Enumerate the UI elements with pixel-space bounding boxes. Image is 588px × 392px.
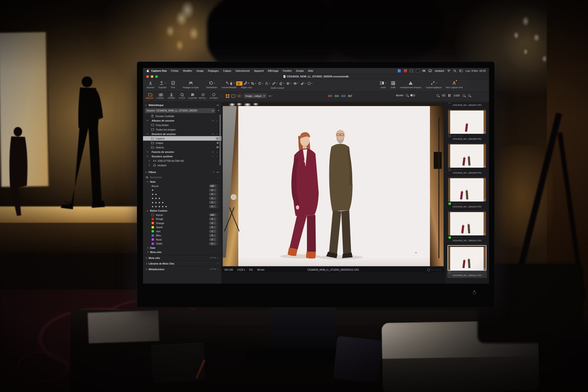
rating-dots[interactable]: ••••• xyxy=(453,236,463,238)
thumbnail-image[interactable] xyxy=(448,177,486,202)
display-icon[interactable] xyxy=(428,69,432,72)
rating-dots[interactable]: ••••• xyxy=(453,271,463,273)
rating-dots[interactable]: ••••• xyxy=(453,102,463,103)
filter-count-pill[interactable]: 0 xyxy=(209,234,218,237)
rating-dots[interactable]: ••••• xyxy=(453,168,463,171)
radial-mask-tool[interactable] xyxy=(307,81,313,86)
panel-action-icons[interactable]: ↗ ↶ ≡ ⋯ xyxy=(209,256,219,259)
share-online-button[interactable]: Partager en ligne xyxy=(181,80,201,89)
filter-row-1-star[interactable]: ★0 xyxy=(143,188,221,192)
dossiers-systeme-group[interactable]: Dossiers système + – xyxy=(143,154,221,158)
sidebar-item-output[interactable]: Output xyxy=(143,140,221,145)
clone-tool[interactable] xyxy=(292,81,299,86)
filter-count-pill[interactable]: 0 xyxy=(209,242,218,245)
ajuster-toggle[interactable] xyxy=(410,94,415,97)
apple-menu-icon[interactable] xyxy=(146,69,149,72)
remove-search-button[interactable]: – xyxy=(217,176,218,179)
filter-count-pill[interactable]: 0 xyxy=(209,188,218,192)
filter-row-note-none[interactable]: Aucun150 xyxy=(143,184,221,188)
filter-count-pill[interactable]: 148 xyxy=(209,213,218,216)
status-app-icon-red[interactable] xyxy=(404,69,407,72)
filmstrip-thumbnail[interactable]: ••••• CESAR26_NO...2091610.CR3 xyxy=(448,177,486,208)
menu-fenetre[interactable]: Fenêtre xyxy=(280,69,294,72)
tab-affiner[interactable]: AFFINER xyxy=(208,92,219,99)
menu-clock[interactable]: Lun. 9 févr. 18:35 xyxy=(466,69,486,72)
tab-style[interactable]: STYLE xyxy=(177,92,187,99)
sidebar-item-cinq-etoiles[interactable]: Cinq étoiles xyxy=(143,123,221,127)
before-after-button[interactable]: Avant xyxy=(378,80,388,89)
status-square-icon[interactable] xyxy=(416,69,419,72)
menu-scripts[interactable]: Scripts xyxy=(294,69,306,72)
control-center-icon[interactable] xyxy=(459,70,463,72)
color-tag-section-header[interactable]: Balise Couleur xyxy=(143,208,221,213)
filter-count-pill[interactable]: 0 xyxy=(209,197,218,200)
keywords-panel-header[interactable]: Mots-clés ↗ ↶ ≡ ⋯ xyxy=(143,255,221,260)
tab-retouche[interactable]: RETOU... xyxy=(198,92,208,99)
search-input[interactable] xyxy=(150,176,197,179)
filter-count-pill[interactable]: 0 xyxy=(209,218,218,220)
rating-dots[interactable]: ••••• xyxy=(432,269,442,271)
color-tag-checkbox[interactable] xyxy=(448,271,451,274)
filter-count-pill[interactable]: 150 xyxy=(209,184,218,188)
tab-connexion[interactable]: CONNE... xyxy=(156,92,166,99)
panel-menu-dots[interactable]: ⋯ xyxy=(216,262,219,265)
menu-fichier[interactable]: Fichier xyxy=(169,69,181,72)
crop-tool[interactable] xyxy=(250,81,256,86)
menu-modifier[interactable]: Modifier xyxy=(181,69,194,72)
draw-mask-tool[interactable] xyxy=(272,81,278,86)
session-stepper[interactable] xyxy=(212,109,214,112)
tag-checkbox-icon[interactable] xyxy=(428,268,430,271)
close-window-button[interactable] xyxy=(146,75,149,78)
multi-view-icon[interactable] xyxy=(226,94,229,98)
keywords-filter-section-header[interactable]: Mots-clés xyxy=(143,250,221,254)
sidebar-scrollbar[interactable] xyxy=(220,114,220,165)
filmstrip-thumbnail[interactable]: ••••• CESAR26_NO...2091607.CR3 xyxy=(448,102,486,106)
thumbnail-image[interactable] xyxy=(448,109,486,134)
erase-mask-tool[interactable] xyxy=(278,81,285,86)
sort-button[interactable]: Trier xyxy=(169,80,177,89)
exposure-warning-button[interactable]: Avertissement d'expos. xyxy=(398,80,424,89)
color-tag-checkbox[interactable] xyxy=(448,135,451,137)
tab-bibliotheque[interactable]: BIBLIOT... xyxy=(145,92,156,99)
menu-app-name[interactable]: Capture One xyxy=(149,69,169,72)
gradient-mask-tool[interactable] xyxy=(300,81,306,86)
menu-appareil[interactable]: Appareil xyxy=(252,69,266,72)
minimize-window-button[interactable] xyxy=(151,75,153,78)
zoom-loupe-icon[interactable] xyxy=(436,94,439,97)
color-tag-checkbox[interactable] xyxy=(448,168,451,171)
filter-row-color-rouge[interactable]: Rouge0 xyxy=(143,217,221,221)
status-app-icon[interactable] xyxy=(398,69,401,72)
eyedropper-tool[interactable] xyxy=(243,81,250,86)
my-capture-one-button[interactable]: Mon Capture One xyxy=(444,80,465,89)
add-layer-button[interactable]: + xyxy=(268,94,272,98)
dossiers-session-group[interactable]: Dossiers de session + – xyxy=(143,132,221,136)
compare-icon[interactable] xyxy=(448,94,450,97)
filter-row-4-stars[interactable]: ★ ★ ★ ★0 xyxy=(143,200,221,204)
copy-apply-button[interactable]: Copier/Appliquer xyxy=(424,80,444,89)
reset-button[interactable]: Réinitialiser xyxy=(204,80,220,89)
add-remove-buttons[interactable]: + – xyxy=(212,133,218,136)
menu-calque[interactable]: Calque xyxy=(221,69,233,72)
pan-tool-active[interactable] xyxy=(236,81,242,86)
menu-image[interactable]: Image xyxy=(194,69,206,72)
filter-row-3-stars[interactable]: ★ ★ ★0 xyxy=(143,196,221,200)
search-icon[interactable] xyxy=(454,69,456,72)
filter-row-color-jaune[interactable]: Jaune0 xyxy=(143,225,221,230)
filter-count-pill[interactable]: 0 xyxy=(209,222,218,224)
sidebar-item-toutes-images[interactable]: Toutes les images xyxy=(143,127,221,132)
filter-row-color-rose[interactable]: Rose0 xyxy=(143,238,221,242)
library-panel-header[interactable]: Bibliothèque ••• xyxy=(143,102,221,108)
wifi-icon[interactable] xyxy=(447,70,450,72)
add-remove-buttons[interactable]: + – xyxy=(212,150,218,153)
add-filter-button[interactable]: + xyxy=(213,171,214,174)
add-remove-buttons[interactable]: + – xyxy=(212,155,218,158)
filter-count-pill[interactable]: 0 xyxy=(209,238,218,241)
rating-dots[interactable]: ••••• xyxy=(453,135,463,137)
zoom-out-icon[interactable] xyxy=(463,94,465,97)
filter-count-pill[interactable]: 2 xyxy=(209,230,218,233)
thumbnail-image[interactable] xyxy=(448,211,486,236)
panel-menu-dots[interactable]: ••• xyxy=(216,171,219,174)
sidebar-item-home[interactable]: etudiant xyxy=(143,163,221,168)
proof-view-icon[interactable] xyxy=(237,94,242,97)
filter-row-color-none[interactable]: Aucun148 xyxy=(143,213,221,217)
